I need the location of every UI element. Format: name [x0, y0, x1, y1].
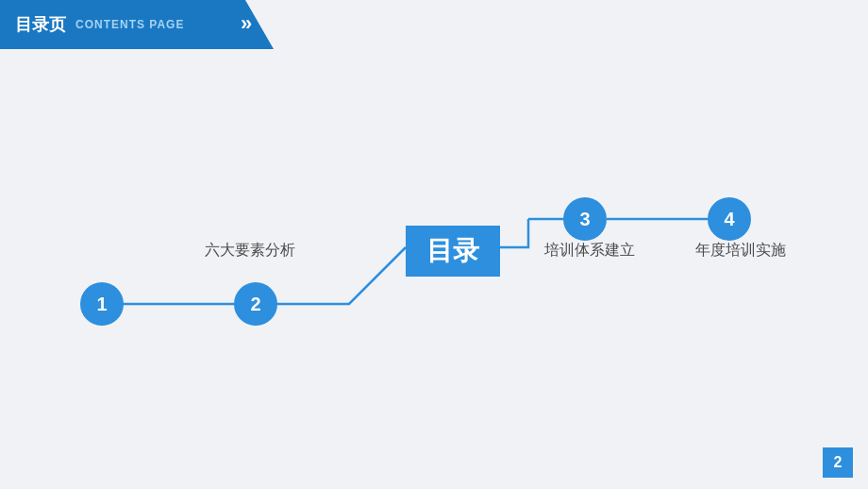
node-3: 3: [563, 197, 607, 241]
node-4-label: 年度培训实施: [670, 241, 811, 261]
menu-box: 目录: [406, 226, 500, 277]
node-4: 4: [708, 197, 751, 241]
node-2: 2: [234, 282, 277, 326]
page-number: 2: [823, 447, 853, 478]
node-2-label: 六大要素分析: [189, 241, 311, 261]
node-1: 1: [80, 282, 124, 326]
node-3-label: 培训体系建立: [528, 241, 651, 261]
